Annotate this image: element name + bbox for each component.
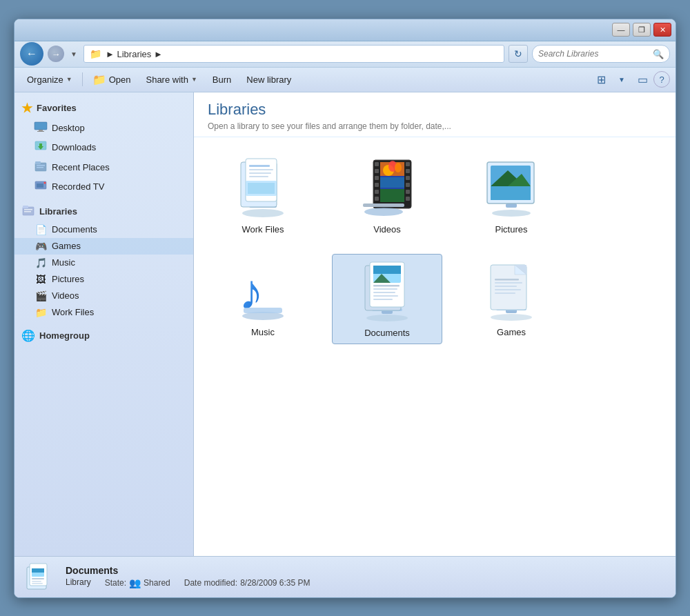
library-item-work-files[interactable]: Work Files [208, 151, 318, 240]
sidebar-item-music[interactable]: 🎵 Music [14, 255, 193, 271]
svg-point-47 [395, 163, 402, 172]
address-path-text: ► Libraries ► [106, 49, 163, 59]
sidebar-scroll: ★ Favorites Desktop [14, 92, 193, 556]
status-bar-icon [26, 562, 56, 592]
svg-rect-71 [373, 292, 395, 293]
sidebar-item-label: Recent Places [52, 162, 110, 172]
help-button[interactable]: ? [653, 71, 670, 88]
documents-lib-icon [353, 260, 422, 322]
organize-chevron-icon: ▼ [66, 76, 72, 83]
view-icon-button[interactable]: ⊞ [591, 70, 611, 89]
svg-rect-36 [406, 169, 410, 173]
forward-button[interactable]: → [48, 46, 64, 62]
burn-button[interactable]: Burn [206, 70, 238, 89]
svg-point-49 [364, 208, 403, 216]
sidebar-item-desktop[interactable]: Desktop [14, 119, 193, 137]
svg-point-11 [44, 181, 46, 183]
content-body: Work Files [194, 137, 676, 556]
sidebar-item-pictures[interactable]: 🖼 Pictures [14, 271, 193, 288]
sidebar-item-label: Videos [52, 290, 79, 301]
svg-rect-38 [406, 183, 410, 187]
svg-rect-2 [37, 131, 44, 132]
library-item-games[interactable]: Games [456, 254, 566, 344]
svg-rect-0 [34, 122, 47, 130]
share-with-button[interactable]: Share with ▼ [139, 70, 204, 89]
svg-rect-23 [249, 169, 273, 170]
homegroup-header[interactable]: 🌐 Homegroup [14, 326, 193, 345]
sidebar-item-recent-places[interactable]: Recent Places [14, 157, 193, 177]
status-bar: Documents Library State: 👥 Shared Date m… [14, 556, 676, 597]
sidebar-item-label: Work Files [52, 307, 94, 317]
svg-rect-7 [35, 161, 41, 164]
pictures-lib-icon [477, 157, 546, 219]
svg-rect-12 [37, 183, 43, 188]
library-item-pictures[interactable]: Pictures [456, 151, 566, 240]
svg-rect-83 [495, 289, 521, 290]
svg-rect-48 [363, 203, 404, 207]
maximize-button[interactable]: ❐ [633, 23, 651, 37]
sidebar-item-label: Music [52, 257, 75, 268]
library-item-videos[interactable]: Videos [332, 151, 442, 240]
svg-rect-15 [24, 209, 32, 210]
favorites-header[interactable]: ★ Favorites [14, 98, 193, 119]
organize-button[interactable]: Organize ▼ [20, 70, 79, 89]
sidebar-item-label: Pictures [52, 274, 84, 284]
svg-rect-31 [375, 176, 379, 180]
svg-rect-69 [373, 285, 400, 287]
documents-icon: 📄 [34, 224, 48, 235]
search-icon[interactable]: 🔍 [653, 49, 664, 59]
library-item-documents[interactable]: Documents [332, 254, 442, 344]
libraries-header[interactable]: Libraries [14, 201, 193, 221]
folder-icon: 📁 [90, 48, 101, 59]
sidebar-item-label: Desktop [52, 123, 85, 133]
back-button[interactable]: ← [20, 42, 43, 66]
downloads-icon [34, 140, 48, 155]
videos-label: Videos [373, 224, 401, 235]
svg-rect-29 [375, 162, 379, 166]
sidebar-item-work-files[interactable]: 📁 Work Files [14, 304, 193, 321]
sidebar-item-videos[interactable]: 🎬 Videos [14, 288, 193, 304]
main-area: ★ Favorites Desktop [14, 92, 676, 556]
toolbar: Organize ▼ 📁 Open Share with ▼ Burn New … [14, 68, 676, 92]
view-dropdown-button[interactable]: ▼ [612, 70, 631, 89]
library-item-music[interactable]: ♪ Music [208, 254, 318, 344]
svg-rect-27 [248, 183, 275, 194]
new-library-button[interactable]: New library [239, 70, 298, 89]
favorites-section: ★ Favorites Desktop [14, 98, 193, 196]
status-type: Library [66, 577, 91, 588]
window-controls: — ❐ ✕ [612, 23, 671, 37]
refresh-button[interactable]: ↻ [509, 45, 528, 63]
address-path[interactable]: 📁 ► Libraries ► [83, 45, 504, 63]
open-button[interactable]: 📁 Open [86, 70, 138, 89]
svg-rect-16 [24, 211, 31, 212]
svg-rect-30 [375, 169, 379, 173]
svg-rect-81 [495, 282, 522, 284]
sidebar-item-downloads[interactable]: Downloads [14, 137, 193, 157]
nav-dropdown[interactable]: ▼ [68, 47, 79, 61]
sidebar-item-recorded-tv[interactable]: Recorded TV [14, 177, 193, 196]
svg-rect-60 [244, 308, 282, 313]
star-icon: ★ [21, 101, 32, 116]
videos-icon: 🎬 [34, 290, 48, 301]
status-text: Documents Library State: 👥 Shared Date m… [66, 565, 310, 588]
sidebar-item-games[interactable]: 🎮 Games [14, 238, 193, 255]
svg-rect-91 [32, 583, 43, 584]
status-date: Date modified: 8/28/2009 6:35 PM [184, 577, 310, 588]
svg-rect-51 [506, 203, 517, 208]
work-files-label: Work Files [241, 224, 284, 235]
svg-rect-67 [373, 266, 401, 274]
desktop-icon [34, 121, 48, 135]
sidebar-item-documents[interactable]: 📄 Documents [14, 221, 193, 238]
svg-rect-8 [37, 165, 45, 166]
pictures-icon: 🖼 [34, 274, 48, 285]
svg-rect-89 [32, 578, 44, 579]
svg-rect-25 [249, 176, 268, 177]
preview-pane-button[interactable]: ▭ [633, 70, 652, 89]
svg-rect-70 [373, 288, 397, 290]
svg-rect-73 [373, 299, 393, 300]
close-button[interactable]: ✕ [653, 23, 671, 37]
search-input[interactable] [538, 49, 650, 59]
games-label: Games [497, 327, 526, 337]
minimize-button[interactable]: — [612, 23, 630, 37]
content-header: Libraries Open a library to see your fil… [194, 92, 676, 137]
